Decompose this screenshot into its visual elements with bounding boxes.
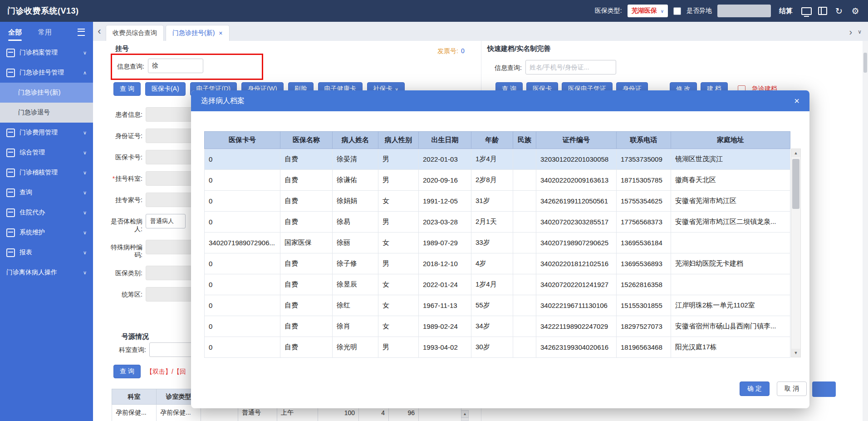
table-cell: 18196563468 [617, 337, 671, 358]
table-cell: 33岁 [471, 233, 513, 253]
sidebar-item[interactable]: 门急诊挂号(新) [0, 83, 93, 103]
settle-button[interactable]: 结算 [776, 6, 795, 16]
card-button[interactable]: 医保卡(A) [145, 82, 186, 96]
table-cell: 男 [378, 170, 419, 191]
table-cell: 自费 [280, 274, 333, 295]
sidebar-item-label: 门诊离休病人操作 [6, 268, 83, 277]
table-row[interactable]: 0自费徐子修男2018-12-104岁340202201812102516136… [205, 253, 790, 274]
tab-scroll-right-icon[interactable]: › [849, 27, 853, 36]
app-title: 门诊收费系统(V13) [7, 5, 79, 16]
scroll-up-icon[interactable]: ▲ [791, 149, 800, 157]
table-row[interactable]: 0自费徐晏清男2022-01-031岁4月3203012022010300581… [205, 149, 790, 170]
table-row[interactable]: 0自费徐谦佑男2020-09-162岁8月3402022020091636131… [205, 170, 790, 191]
table-cell: 2018-12-10 [419, 253, 471, 274]
card-button[interactable]: 查 询 [113, 82, 141, 96]
tab-label: 收费员综合查询 [113, 29, 157, 37]
table-row[interactable]: 0自费徐光明男1993-04-0230岁34262319930402061618… [205, 337, 790, 358]
patient-table-scrollbar[interactable]: ▲ ▼ [791, 149, 801, 357]
cancel-button[interactable]: 取 消 [777, 381, 807, 396]
remote-checkbox[interactable] [673, 7, 681, 15]
obscured-button[interactable] [812, 381, 836, 397]
collapse-sidebar-icon[interactable] [78, 29, 85, 36]
table-cell: 18297527073 [617, 316, 671, 337]
table-cell [671, 233, 790, 253]
scrollbar-thumb[interactable] [863, 53, 867, 73]
patient-table: 医保卡号医保名称病人姓名病人性别出生日期年龄民族证件编号联系电话家庭地址 0自费… [204, 131, 790, 358]
sidebar-item-label: 门急诊挂号(新) [18, 89, 87, 97]
panel-icon[interactable] [817, 5, 828, 16]
tab-list-icon[interactable]: ∨ [858, 29, 862, 35]
sidebar-item[interactable]: 门诊稽核管理∨ [0, 163, 93, 183]
page-scrollbar[interactable] [863, 41, 868, 421]
refresh-icon[interactable]: ↻ [834, 5, 844, 16]
close-tab-icon[interactable]: × [219, 30, 222, 37]
sidebar-menu: 门诊档案管理∨门急诊挂号管理∧门急诊挂号(新)门急诊退号门诊费用管理∨综合管理∨… [0, 43, 93, 282]
header-input[interactable] [717, 5, 771, 17]
field-label: *挂号科室: [103, 171, 142, 186]
tab-inactive[interactable]: 收费员综合查询 [106, 25, 164, 41]
menu-icon [6, 188, 15, 197]
scroll-up-icon[interactable]: ▲ [461, 410, 469, 418]
chevron-down-icon: ∨ [83, 230, 87, 236]
panel-icon-shape [818, 7, 827, 15]
table-row[interactable]: 0自费徐易男2023-03-282月1天34020720230328551717… [205, 212, 790, 233]
info-query-input[interactable] [148, 59, 203, 73]
sidebar-item[interactable]: 门诊费用管理∨ [0, 123, 93, 143]
close-icon[interactable]: × [794, 96, 799, 105]
table-cell [513, 253, 536, 274]
table-cell: 320301202201030058 [536, 149, 617, 170]
column-header: 病人性别 [378, 132, 419, 149]
column-header: 出生日期 [419, 132, 471, 149]
source-query-button[interactable]: 查 询 [113, 365, 141, 378]
insurance-type-dropdown[interactable]: 芜湖医保 ∨ [628, 5, 668, 17]
source-table-scrollbar[interactable] [461, 418, 469, 421]
table-row[interactable]: 0自费徐红女1967-11-1355岁340222196711130106151… [205, 295, 790, 316]
sidebar-tab-common[interactable]: 常用 [38, 28, 52, 37]
table-cell: 340222196711130106 [536, 295, 617, 316]
sidebar-item[interactable]: 报表∨ [0, 243, 93, 263]
chevron-down-icon: ∨ [661, 9, 664, 14]
chevron-down-icon: ∨ [83, 130, 87, 136]
table-cell: 1991-12-05 [419, 191, 471, 212]
column-header: 年龄 [471, 132, 513, 149]
scroll-down-icon[interactable]: ▼ [791, 349, 800, 357]
field-label: 挂专家号: [103, 193, 142, 207]
patient-type-select[interactable]: 普通病人 [146, 214, 186, 228]
table-row[interactable]: 0自费徐昱辰女2022-01-241岁4月3402072022012419271… [205, 274, 790, 295]
scrollbar-thumb[interactable] [792, 159, 799, 209]
gear-icon[interactable]: ⚙ [850, 5, 861, 16]
sidebar-item[interactable]: 查询∨ [0, 183, 93, 203]
table-cell: 0 [205, 191, 280, 212]
table-cell: 0 [205, 149, 280, 170]
table-row[interactable]: 3402071989072906...国家医保徐丽女1989-07-2933岁3… [205, 233, 790, 253]
confirm-button[interactable]: 确 定 [740, 381, 770, 396]
table-cell [513, 170, 536, 191]
table-cell: 0 [205, 274, 280, 295]
table-row[interactable]: 0自费徐娟娟女1991-12-0531岁34262619911205056115… [205, 191, 790, 212]
field-label: 医保卡号: [103, 150, 142, 164]
quick-query-input[interactable] [525, 60, 616, 74]
menu-icon [6, 49, 15, 57]
table-cell: 1989-02-24 [419, 316, 471, 337]
menu-icon [6, 248, 15, 257]
sidebar-item[interactable]: 系统维护∨ [0, 223, 93, 243]
dept-query-label: 科室查询: [119, 342, 146, 357]
table-cell: 徐子修 [333, 253, 378, 274]
table-cell: 0 [205, 170, 280, 191]
back-arrow-icon[interactable]: ‹ [93, 22, 106, 41]
sidebar-item[interactable]: 门急诊退号 [0, 103, 93, 123]
sidebar-item[interactable]: 门诊档案管理∨ [0, 43, 93, 63]
monitor-icon[interactable] [801, 5, 812, 16]
column-header: 证件编号 [536, 132, 617, 149]
table-cell: 女 [378, 191, 419, 212]
table-row[interactable]: 0自费徐肖女1989-02-2434岁342221198902247029182… [205, 316, 790, 337]
sidebar-item[interactable]: 住院代办∨ [0, 203, 93, 223]
sidebar-item-label: 报表 [20, 248, 83, 257]
tab-active[interactable]: 门急诊挂号(新)× [166, 25, 230, 41]
quick-query-row: 信息查询: [495, 60, 616, 75]
sidebar-item[interactable]: 综合管理∨ [0, 143, 93, 163]
sidebar-item[interactable]: 门急诊挂号管理∧ [0, 63, 93, 83]
sidebar-tab-all[interactable]: 全部 [8, 28, 22, 37]
sidebar-item[interactable]: 门诊离休病人操作∨ [0, 263, 93, 282]
table-cell: 13695536184 [617, 233, 671, 253]
